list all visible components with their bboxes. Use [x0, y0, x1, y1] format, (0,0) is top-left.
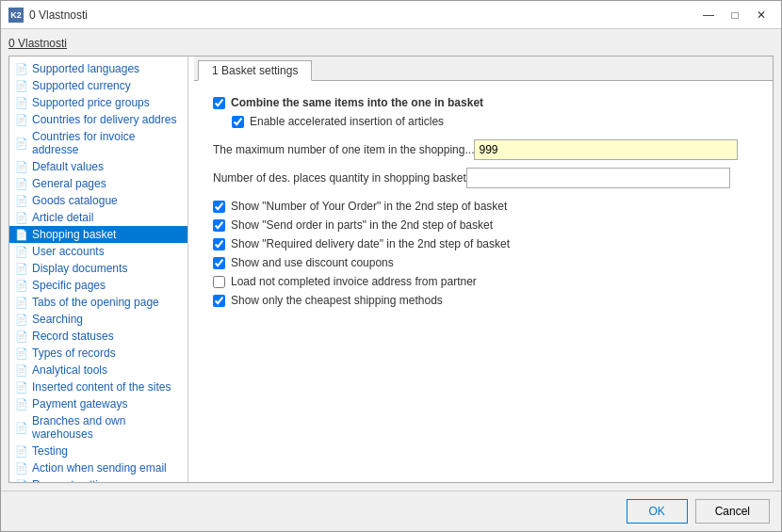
send-order-parts-label[interactable]: Show "Send order in parts" in the 2nd st… [231, 218, 493, 232]
sidebar-item-branches-warehouses[interactable]: 📄Branches and own warehouses [9, 412, 187, 443]
sidebar-item-label: User accounts [32, 245, 105, 258]
doc-icon: 📄 [15, 246, 28, 258]
sidebar-item-general-pages[interactable]: 📄General pages [9, 175, 187, 192]
sidebar-item-payment-gateways[interactable]: 📄Payment gateways [9, 395, 187, 412]
cheapest-shipping-checkbox[interactable] [213, 295, 225, 307]
enable-accelerated-label[interactable]: Enable accelerated insertion of articles [250, 115, 444, 128]
window-title: 0 Vlastnosti [29, 8, 88, 22]
combine-items-checkbox[interactable] [213, 97, 225, 109]
doc-icon: 📄 [15, 212, 28, 224]
sidebar-item-supported-currency[interactable]: 📄Supported currency [9, 77, 187, 94]
required-delivery-label[interactable]: Show "Required delivery date" in the 2nd… [231, 237, 510, 250]
cancel-button[interactable]: Cancel [695, 499, 770, 524]
sidebar-item-testing[interactable]: 📄Testing [9, 443, 187, 459]
doc-icon: 📄 [15, 137, 28, 150]
window-controls: — □ ✕ [696, 6, 774, 24]
sidebar-item-label: Record statuses [32, 330, 114, 343]
enable-accelerated-row: Enable accelerated insertion of articles [232, 115, 754, 128]
sidebar-item-specific-pages[interactable]: 📄Specific pages [9, 277, 187, 294]
sidebar-item-supported-languages[interactable]: 📄Supported languages [9, 60, 187, 77]
sidebar-item-request-settings[interactable]: 📄Request settings [9, 476, 187, 482]
app-icon: K2 [8, 8, 24, 23]
tab-bar: 1 Basket settings [194, 56, 773, 81]
des-places-label: Number of des. places quantity in shoppi… [213, 171, 466, 185]
des-places-input[interactable] [466, 168, 730, 188]
section-title[interactable]: 0 Vlastnosti [8, 37, 774, 50]
ok-button[interactable]: OK [627, 499, 688, 524]
sidebar-item-goods-catalogue[interactable]: 📄Goods catalogue [9, 192, 187, 209]
sidebar-item-supported-price-groups[interactable]: 📄Supported price groups [9, 94, 187, 111]
sidebar-item-types-of-records[interactable]: 📄Types of records [9, 345, 187, 362]
sidebar-item-label: Supported currency [32, 79, 131, 92]
doc-icon: 📄 [15, 63, 28, 75]
doc-icon: 📄 [15, 398, 28, 411]
sidebar-item-analytical-tools[interactable]: 📄Analytical tools [9, 362, 187, 379]
show-order-number-checkbox[interactable] [213, 201, 225, 213]
max-items-row: The maximum number of one item in the sh… [213, 139, 754, 160]
sidebar-item-label: Tabs of the opening page [32, 296, 159, 309]
sidebar-item-user-accounts[interactable]: 📄User accounts [9, 243, 187, 260]
load-invoice-label[interactable]: Load not completed invoice address from … [231, 275, 477, 288]
send-order-parts-checkbox[interactable] [213, 219, 225, 232]
title-bar-left: K2 0 Vlastnosti [8, 8, 88, 23]
discount-coupons-row: Show and use discount coupons [213, 256, 754, 269]
combine-items-label[interactable]: Combine the same items into the one in b… [231, 96, 483, 109]
sidebar-item-searching[interactable]: 📄Searching [9, 311, 187, 328]
load-invoice-row: Load not completed invoice address from … [213, 275, 754, 288]
sidebar-item-label: Branches and own warehouses [32, 414, 184, 441]
sidebar-item-tabs-opening-page[interactable]: 📄Tabs of the opening page [9, 294, 187, 311]
doc-icon: 📄 [15, 195, 28, 207]
required-delivery-checkbox[interactable] [213, 238, 225, 250]
window-content: 0 Vlastnosti 📄Supported languages📄Suppor… [1, 29, 781, 491]
sidebar-item-article-detail[interactable]: 📄Article detail [9, 209, 187, 226]
tab-content: Combine the same items into the one in b… [194, 81, 773, 482]
sidebar-item-record-statuses[interactable]: 📄Record statuses [9, 328, 187, 345]
cheapest-shipping-row: Show only the cheapest shipping methods [213, 294, 754, 307]
show-order-number-label[interactable]: Show "Number of Your Order" in the 2nd s… [231, 200, 507, 213]
sidebar-item-label: Types of records [32, 347, 116, 360]
discount-coupons-label[interactable]: Show and use discount coupons [231, 256, 394, 269]
cheapest-shipping-label[interactable]: Show only the cheapest shipping methods [231, 294, 443, 307]
sidebar[interactable]: 📄Supported languages📄Supported currency📄… [9, 56, 188, 482]
discount-coupons-checkbox[interactable] [213, 257, 225, 269]
sidebar-item-label: Supported languages [32, 62, 139, 75]
send-order-parts-row: Show "Send order in parts" in the 2nd st… [213, 218, 754, 232]
tab-basket-settings[interactable]: 1 Basket settings [198, 60, 312, 81]
close-button[interactable]: ✕ [749, 6, 774, 24]
max-items-input[interactable] [474, 139, 738, 160]
sidebar-item-label: Default values [32, 160, 104, 173]
sidebar-item-default-values[interactable]: 📄Default values [9, 158, 187, 175]
sidebar-item-label: Supported price groups [32, 96, 150, 109]
sidebar-item-label: General pages [32, 177, 106, 190]
sidebar-item-countries-delivery[interactable]: 📄Countries for delivery addres [9, 111, 187, 128]
doc-icon: 📄 [15, 280, 28, 292]
sidebar-item-label: Analytical tools [32, 363, 107, 377]
sidebar-item-countries-invoice[interactable]: 📄Countries for invoice addresse [9, 128, 187, 158]
top-checkboxes-section: Combine the same items into the one in b… [213, 96, 754, 128]
sidebar-item-label: Request settings [32, 478, 116, 482]
input-rows-section: The maximum number of one item in the sh… [213, 139, 754, 188]
doc-icon: 📄 [15, 462, 28, 475]
max-items-label: The maximum number of one item in the sh… [213, 143, 474, 156]
sidebar-item-inserted-content[interactable]: 📄Inserted content of the sites [9, 379, 187, 395]
sidebar-item-label: Testing [32, 444, 68, 458]
doc-icon: 📄 [15, 364, 28, 377]
sidebar-item-action-sending-email[interactable]: 📄Action when sending email [9, 459, 187, 476]
footer: OK Cancel [1, 491, 781, 531]
title-bar: K2 0 Vlastnosti — □ ✕ [1, 1, 781, 29]
enable-accelerated-checkbox[interactable] [232, 116, 244, 128]
load-invoice-checkbox[interactable] [213, 276, 225, 288]
sidebar-item-shopping-basket[interactable]: 📄Shopping basket [9, 226, 187, 243]
maximize-button[interactable]: □ [723, 6, 747, 24]
sidebar-item-display-documents[interactable]: 📄Display documents [9, 260, 187, 277]
minimize-button[interactable]: — [696, 6, 721, 24]
des-places-row: Number of des. places quantity in shoppi… [213, 168, 754, 188]
sidebar-item-label: Action when sending email [32, 461, 167, 475]
doc-icon: 📄 [15, 263, 28, 275]
show-order-number-row: Show "Number of Your Order" in the 2nd s… [213, 200, 754, 213]
sidebar-item-label: Display documents [32, 262, 127, 275]
doc-icon: 📄 [15, 178, 28, 190]
doc-icon: 📄 [15, 297, 28, 309]
doc-icon: 📄 [15, 114, 28, 126]
main-area: 📄Supported languages📄Supported currency📄… [8, 56, 774, 483]
